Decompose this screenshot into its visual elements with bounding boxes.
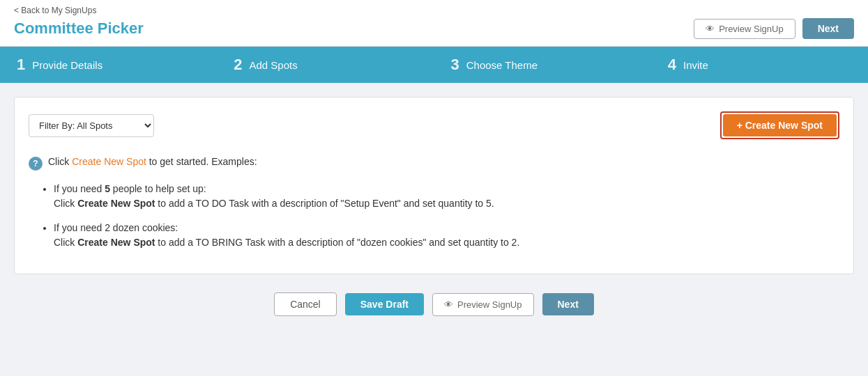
eye-icon: 👁 — [706, 24, 715, 34]
step-1-label: Provide Details — [32, 59, 102, 71]
bottom-actions: Cancel Save Draft 👁 Preview SignUp Next — [14, 285, 854, 320]
step-4-label: Invite — [683, 59, 708, 71]
help-intro-text: Click Create New Spot to get started. Ex… — [48, 156, 257, 167]
help-intro-link: Create New Spot — [72, 156, 146, 167]
step-4-number: 4 — [668, 56, 676, 74]
example-1-bold: 5 — [105, 183, 110, 194]
preview-signup-top-button[interactable]: 👁 Preview SignUp — [694, 19, 795, 39]
step-3-number: 3 — [451, 56, 459, 74]
main-content: Filter By: All Spots + Create New Spot ?… — [0, 83, 868, 331]
preview-top-label: Preview SignUp — [719, 24, 784, 34]
step-2[interactable]: 2 Add Spots — [217, 47, 434, 83]
step-2-label: Add Spots — [250, 59, 298, 71]
step-1-number: 1 — [17, 56, 25, 74]
content-card: Filter By: All Spots + Create New Spot ?… — [14, 97, 854, 274]
create-new-spot-button[interactable]: + Create New Spot — [723, 114, 837, 136]
help-example-2: If you need 2 dozen cookies: Click Creat… — [54, 221, 839, 250]
save-draft-button[interactable]: Save Draft — [345, 293, 424, 315]
step-3[interactable]: 3 Choose Theme — [434, 47, 651, 83]
example-2-action-bold: Create New Spot — [77, 237, 155, 248]
preview-signup-bottom-button[interactable]: 👁 Preview SignUp — [432, 293, 534, 316]
next-top-button[interactable]: Next — [802, 18, 854, 39]
step-3-label: Choose Theme — [466, 59, 538, 71]
example-1-action-bold: Create New Spot — [77, 198, 155, 209]
help-intro: ? Click Create New Spot to get started. … — [29, 156, 839, 171]
help-section: ? Click Create New Spot to get started. … — [29, 156, 839, 250]
back-link[interactable]: < Back to My SignUps — [14, 6, 854, 15]
eye-icon-bottom: 👁 — [444, 299, 453, 310]
app-title: Committee Picker — [14, 19, 144, 38]
step-1[interactable]: 1 Provide Details — [0, 47, 217, 83]
help-examples-list: If you need 5 people to help set up: Cli… — [54, 182, 839, 250]
steps-bar: 1 Provide Details 2 Add Spots 3 Choose T… — [0, 47, 868, 83]
next-bottom-button[interactable]: Next — [542, 293, 594, 315]
cancel-button[interactable]: Cancel — [274, 292, 337, 316]
step-2-number: 2 — [234, 56, 242, 74]
help-icon: ? — [29, 157, 43, 171]
filter-select[interactable]: Filter By: All Spots — [29, 114, 154, 137]
preview-bottom-label: Preview SignUp — [457, 299, 522, 310]
filter-create-row: Filter By: All Spots + Create New Spot — [29, 111, 839, 139]
create-spot-wrapper: + Create New Spot — [720, 111, 839, 139]
top-bar: < Back to My SignUps Committee Picker 👁 … — [0, 0, 868, 47]
top-actions: 👁 Preview SignUp Next — [694, 18, 854, 39]
step-4[interactable]: 4 Invite — [651, 47, 868, 83]
help-example-1: If you need 5 people to help set up: Cli… — [54, 182, 839, 211]
